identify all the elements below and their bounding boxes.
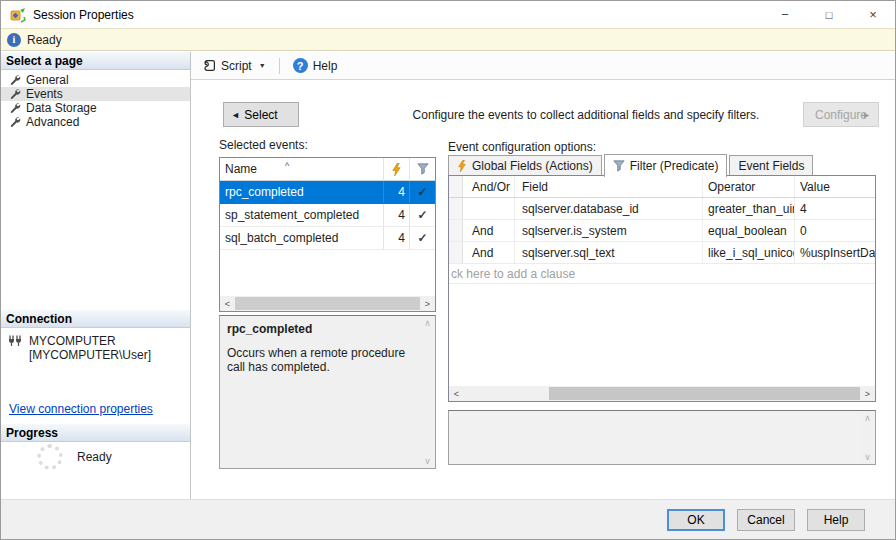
toolbar: Script ▼ ? Help [191, 52, 895, 80]
session-properties-dialog: Session Properties − □ × i Ready Select … [0, 0, 896, 540]
progress-spinner-icon [37, 444, 63, 470]
help-icon: ? [293, 58, 308, 73]
select-events-button[interactable]: ◄ Select [223, 102, 299, 127]
wrench-icon [9, 88, 21, 100]
filter-clause-row[interactable]: And sqlserver.is_system equal_boolean 0 [449, 220, 875, 242]
selected-events-label: Selected events: [219, 138, 308, 152]
session-app-icon [10, 7, 26, 23]
row-selector[interactable] [449, 198, 463, 219]
help-label: Help [313, 59, 338, 73]
description-vertical-scrollbar[interactable]: ∧ ∨ [420, 316, 435, 468]
sidebar-item-general[interactable]: General [1, 73, 190, 87]
script-icon [203, 59, 216, 72]
table-row[interactable]: sp_statement_completed 4 ✓ [220, 204, 435, 227]
filter-grid-header: And/Or Field Operator Value [449, 176, 875, 198]
scroll-right-icon[interactable]: > [860, 389, 875, 399]
tab-event-fields[interactable]: Event Fields [729, 155, 813, 176]
close-button[interactable]: × [851, 1, 895, 28]
progress-text: Ready [77, 450, 112, 464]
scroll-down-icon[interactable]: ∨ [864, 452, 871, 462]
tab-filter-predicate[interactable]: Filter (Predicate) [604, 154, 728, 177]
add-clause-row[interactable]: ck here to add a clause [449, 264, 875, 284]
filter-clause-row[interactable]: And sqlserver.sql_text like_i_sql_unicod… [449, 242, 875, 264]
row-selector[interactable] [449, 220, 463, 241]
progress-header: Progress [1, 424, 190, 442]
maximize-button[interactable]: □ [807, 1, 851, 28]
sidebar-item-data-storage[interactable]: Data Storage [1, 101, 190, 115]
configure-button: Configure ► [803, 102, 879, 127]
name-column-header: Name [225, 162, 257, 176]
connection-server: MYCOMPUTER [29, 334, 151, 348]
connection-user: [MYCOMPUTER\User] [29, 348, 151, 362]
connection-icon [7, 334, 23, 350]
events-horizontal-scrollbar[interactable]: < > [220, 296, 435, 311]
configuration-tabs: Global Fields (Actions) Filter (Predicat… [448, 153, 815, 176]
selected-events-table: Name ^ rpc_completed 4 ✓ [219, 157, 436, 312]
table-row[interactable]: rpc_completed 4 ✓ [220, 181, 435, 204]
connection-info: MYCOMPUTER [MYCOMPUTER\User] [7, 334, 186, 362]
sidebar-item-label: Data Storage [26, 101, 97, 115]
row-selector-header [449, 176, 463, 197]
lightning-icon [457, 160, 467, 172]
table-row[interactable]: sql_batch_completed 4 ✓ [220, 227, 435, 250]
filter-horizontal-scrollbar[interactable]: < > [449, 386, 875, 401]
scrollbar-thumb[interactable] [549, 387, 860, 400]
footer-button-bar: OK Cancel Help [1, 499, 895, 539]
sidebar-item-label: General [26, 73, 69, 87]
window-title: Session Properties [33, 8, 134, 22]
predicate-vertical-scrollbar[interactable]: ∧ ∨ [860, 411, 875, 464]
help-footer-button[interactable]: Help [807, 509, 865, 531]
window-controls: − □ × [763, 1, 895, 28]
predicate-preview-box[interactable]: ∧ ∨ [448, 410, 876, 465]
right-arrow-icon: ► [862, 110, 871, 120]
cancel-button[interactable]: Cancel [737, 509, 795, 531]
wrench-icon [9, 102, 21, 114]
select-a-page-header: Select a page [1, 52, 190, 70]
view-connection-properties-link[interactable]: View connection properties [9, 402, 153, 416]
sidebar-item-events[interactable]: Events [1, 87, 190, 101]
event-configuration-label: Event configuration options: [448, 140, 596, 154]
script-button[interactable]: Script ▼ [199, 56, 270, 76]
filter-check-icon: ✓ [417, 208, 427, 222]
andor-column-header: And/Or [463, 176, 515, 197]
title-bar: Session Properties − □ × [1, 1, 895, 28]
event-description-title: rpc_completed [227, 322, 416, 336]
tab-global-fields[interactable]: Global Fields (Actions) [448, 155, 602, 176]
page-list: General Events Data Storage Advanced [1, 73, 190, 129]
instruction-text: Configure the events to collect addition… [381, 108, 791, 122]
main-panel: Script ▼ ? Help ◄ Select Configure the e… [191, 52, 895, 499]
filter-check-icon: ✓ [417, 231, 427, 245]
status-bar: i Ready [1, 28, 895, 51]
actions-column-header[interactable] [383, 158, 409, 180]
filter-column-header[interactable] [409, 158, 435, 180]
funnel-icon [613, 160, 625, 172]
scroll-up-icon[interactable]: ∧ [864, 413, 871, 423]
left-arrow-icon: ◄ [231, 110, 240, 120]
scroll-left-icon[interactable]: < [449, 389, 464, 399]
info-icon: i [7, 33, 21, 47]
row-selector[interactable] [449, 242, 463, 263]
event-description-box: rpc_completed Occurs when a remote proce… [219, 315, 436, 469]
field-column-header: Field [515, 176, 703, 197]
sidebar-item-label: Events [26, 87, 63, 101]
sort-ascending-icon: ^ [285, 162, 289, 171]
events-page-content: ◄ Select Configure the events to collect… [191, 80, 895, 499]
events-table-header[interactable]: Name ^ [220, 158, 435, 181]
minimize-button[interactable]: − [763, 1, 807, 28]
scrollbar-thumb[interactable] [235, 297, 420, 310]
ok-button[interactable]: OK [667, 509, 725, 531]
toolbar-separator [279, 58, 280, 74]
sidebar-item-advanced[interactable]: Advanced [1, 115, 190, 129]
filter-clause-row[interactable]: sqlserver.database_id greater_than_uint.… [449, 198, 875, 220]
scroll-down-icon[interactable]: ∨ [424, 456, 431, 466]
funnel-icon [417, 163, 429, 175]
wrench-icon [9, 116, 21, 128]
scroll-up-icon[interactable]: ∧ [424, 318, 431, 328]
scroll-right-icon[interactable]: > [420, 299, 435, 309]
chevron-down-icon[interactable]: ▼ [259, 62, 266, 69]
connection-header: Connection [1, 310, 190, 328]
progress-status: Ready [37, 444, 112, 470]
scroll-left-icon[interactable]: < [220, 299, 235, 309]
operator-column-header: Operator [703, 176, 795, 197]
help-button[interactable]: ? Help [289, 55, 342, 76]
